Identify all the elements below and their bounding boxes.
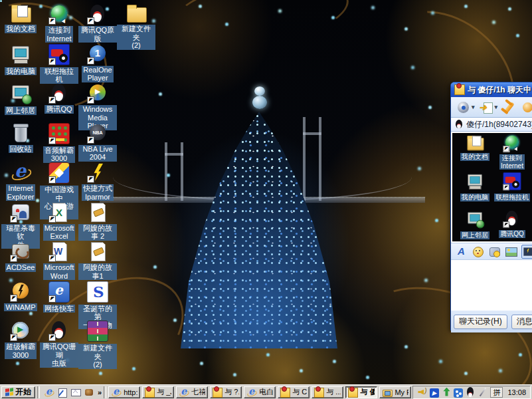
screenshot-icon: 连接到 Internet xyxy=(493,134,531,170)
ime-indicator[interactable]: 拼 xyxy=(490,387,503,398)
taskbar-window-button[interactable]: 与 ?... xyxy=(210,386,242,398)
taskbar-window-button[interactable]: http:/... xyxy=(108,386,140,398)
tray-icon[interactable] xyxy=(454,388,463,398)
start-button[interactable]: 开始 xyxy=(1,386,35,398)
tray-icon[interactable] xyxy=(478,387,488,398)
taskbar-window-icon xyxy=(246,387,257,398)
tray-icon[interactable] xyxy=(465,387,476,398)
taskbar-window-button[interactable]: 电白... xyxy=(244,386,276,398)
qq-chat-window: 与 傻仔/1h 聊天中 ▾ ▾ ▾ ▾ 傻仔/1h(8940 xyxy=(450,82,532,331)
chat-message-area[interactable]: 我的文档 连接到 Internet 我的电脑 联想拖拉机 xyxy=(451,132,532,243)
desktop-icon[interactable]: 快捷方式 Iparmor xyxy=(78,162,117,201)
taskbar-window-button[interactable]: My Pic... xyxy=(379,386,411,398)
message-mode-button[interactable]: 消息模式(T) xyxy=(511,315,532,329)
desktop-icon[interactable]: 连接到 Internet xyxy=(40,4,78,43)
chat-format-button[interactable]: ▾ xyxy=(472,245,484,258)
chat-format-button[interactable]: ▾ xyxy=(505,245,517,258)
chat-format-button[interactable]: ▾ xyxy=(521,245,532,259)
quick-launch-icon[interactable] xyxy=(70,387,81,398)
desktop-icon[interactable]: Microsoft Excel xyxy=(40,202,78,241)
taskbar-window-icon xyxy=(179,387,189,398)
desktop-icon-image xyxy=(11,162,31,182)
desktop-icon[interactable]: 回收站 xyxy=(1,123,40,154)
taskbar-window-label: 与 傻... xyxy=(360,387,375,397)
quick-launch-icon[interactable] xyxy=(44,387,54,398)
chat-history-button[interactable]: 聊天记录(H) xyxy=(454,315,507,329)
chat-format-button[interactable]: ▾ xyxy=(455,245,468,258)
shortcut-arrow-icon xyxy=(10,215,17,223)
desktop-icon-image xyxy=(87,321,108,342)
taskbar-window-button[interactable]: 与 傻... xyxy=(345,386,377,398)
shortcut-arrow-icon xyxy=(87,17,94,25)
desktop-icon[interactable]: 腾讯QQ xyxy=(40,83,78,114)
quick-launch-overflow-chevron[interactable]: » xyxy=(98,388,102,396)
chat-toolbar-button[interactable]: ▾ xyxy=(456,100,475,114)
desktop-icon[interactable]: 腾讯QQ珊瑚 虫版 xyxy=(40,321,78,368)
taskbar-window-button[interactable]: 与 ... xyxy=(311,386,343,398)
chat-titlebar[interactable]: 与 傻仔/1h 聊天中 xyxy=(451,82,532,97)
desktop-icon[interactable]: 新建文件夹 (2) xyxy=(117,4,155,50)
desktop-icon[interactable]: 音频解霸 3000 xyxy=(40,123,78,163)
desktop-icon-label: 超级解霸 3000 xyxy=(5,342,37,359)
chat-toolbar-button[interactable]: ▾ xyxy=(480,100,498,114)
desktop-icon-label: 我的文档 xyxy=(5,25,37,33)
desktop-icon-label: 联想拖拉机 xyxy=(40,67,78,84)
desktop-icon-image xyxy=(11,84,31,104)
screenshot-icon-label: 我的文档 xyxy=(460,153,489,161)
chat-peer-bar: 傻仔/1h(89402743) xyxy=(451,118,532,132)
desktop-icon-image xyxy=(48,281,70,303)
chat-toolbar-button[interactable]: ▾ xyxy=(502,100,516,114)
chevron-down-icon[interactable]: ▾ xyxy=(472,104,475,110)
desktop-icon-image xyxy=(11,321,31,340)
desktop-icon[interactable]: 网上邻居 xyxy=(1,83,40,115)
chat-format-button[interactable]: ▾ xyxy=(488,245,501,258)
desktop-icon[interactable]: 阿嫂的故事1 xyxy=(78,241,117,280)
tray-icon[interactable] xyxy=(430,388,439,398)
desktop-icon[interactable]: 腾讯QQ原版 xyxy=(78,4,117,43)
desktop-icon[interactable]: NBA Live 2004 xyxy=(78,123,117,162)
taskbar-window-icon xyxy=(348,388,358,398)
taskbar-window-label: 与 ... xyxy=(326,387,341,397)
taskbar-window-button[interactable]: 七禧... xyxy=(176,386,208,398)
shortcut-arrow-icon xyxy=(87,136,94,144)
taskbar-window-button[interactable]: 与 C... xyxy=(278,386,310,398)
desktop-icon-image xyxy=(48,162,70,184)
tray-icon[interactable] xyxy=(441,387,452,398)
quick-launch-icon[interactable] xyxy=(57,387,68,398)
desktop-icon[interactable]: Internet Explorer xyxy=(1,162,40,201)
shortcut-arrow-icon xyxy=(48,255,56,262)
shortcut-arrow-icon xyxy=(48,295,56,303)
chat-toolbar-icon xyxy=(521,100,532,114)
desktop-icon-image xyxy=(11,241,31,261)
taskbar-clock[interactable]: 13:08 xyxy=(507,388,526,396)
chevron-down-icon[interactable]: ▾ xyxy=(495,104,498,110)
chat-button-bar: 聊天记录(H) 消息模式(T) xyxy=(451,311,532,332)
chat-toolbar-button[interactable]: ▾ xyxy=(521,100,532,114)
shortcut-arrow-icon xyxy=(48,215,56,223)
desktop-icon[interactable]: 阿嫂的故事 2 xyxy=(78,202,117,241)
desktop-icon[interactable]: RealOne Player xyxy=(78,44,117,82)
shortcut-arrow-icon xyxy=(48,17,56,25)
desktop-icon-image xyxy=(88,162,108,182)
taskbar-window-label: My Pic... xyxy=(395,388,408,396)
quick-launch-icon[interactable] xyxy=(84,387,94,398)
desktop-icon[interactable]: WINAMP xyxy=(1,281,40,312)
taskbar-window-label: 与 C... xyxy=(292,387,307,397)
desktop-icon[interactable]: 联想拖拉机 xyxy=(40,44,78,84)
desktop-icon-image xyxy=(88,83,108,103)
screenshot-icon-image xyxy=(503,210,521,227)
desktop-icon-label: 回收站 xyxy=(9,145,33,154)
taskbar-window-button[interactable]: 与 _J... xyxy=(142,386,174,398)
chat-input-area[interactable] xyxy=(451,259,532,311)
desktop-icon[interactable]: Microsoft Word xyxy=(40,241,78,280)
desktop-icon[interactable]: ACDSee xyxy=(1,241,40,272)
desktop-icon[interactable]: 超级解霸 3000 xyxy=(1,321,40,359)
shared-desktop-screenshot[interactable]: 我的文档 连接到 Internet 我的电脑 联想拖拉机 xyxy=(452,133,532,241)
desktop-icon[interactable]: 我的电脑 xyxy=(1,44,40,76)
tray-icon[interactable] xyxy=(417,387,428,398)
desktop-icon[interactable]: 新建文件夹 (2) xyxy=(78,321,117,369)
shortcut-arrow-icon xyxy=(503,221,509,227)
desktop-icon-image xyxy=(49,321,69,340)
desktop-icon[interactable]: 网络快车 xyxy=(40,281,78,313)
desktop-icon[interactable]: 我的文档 xyxy=(1,4,40,33)
